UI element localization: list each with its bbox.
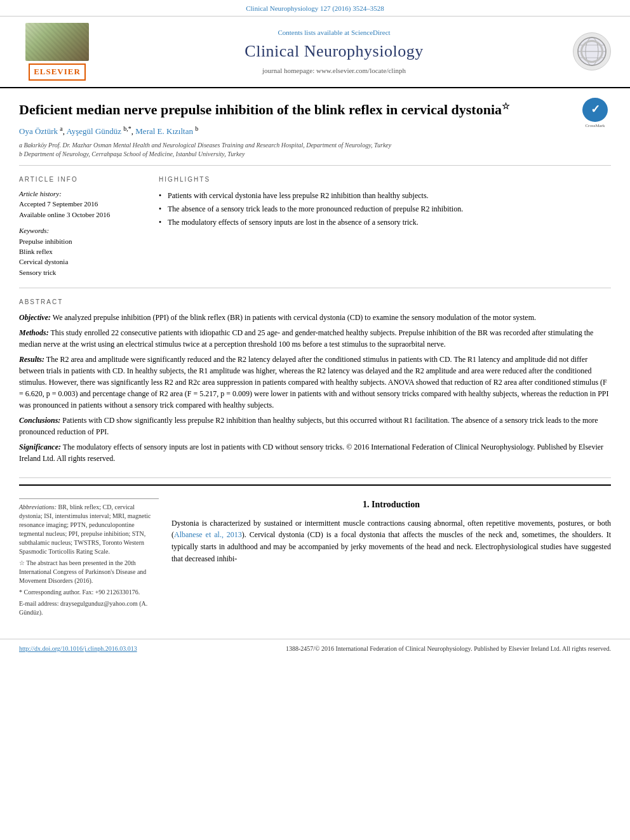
top-citation-bar: Clinical Neurophysiology 127 (2016) 3524… [0, 0, 630, 17]
doi-footer: http://dx.doi.org/10.1016/j.clinph.2016.… [0, 639, 630, 658]
author-1[interactable]: Oya Öztürk [19, 126, 58, 136]
author-3[interactable]: Meral E. Kızıltan [135, 126, 193, 136]
conclusions-label: Conclusions: [19, 416, 60, 425]
highlight-2: The absence of a sensory trick leads to … [159, 203, 611, 216]
star1-footnote: ☆ The abstract has been presented in the… [19, 559, 159, 585]
introduction-section: Abbreviations: BR, blink reflex; CD, cer… [19, 492, 611, 626]
abstract-conclusions: Conclusions: Patients with CD show signi… [19, 415, 611, 437]
keywords-section: Keywords: Prepulse inhibition Blink refl… [19, 226, 146, 277]
abstract-section: Abstract Objective: We analyzed prepulse… [19, 288, 611, 478]
copyright-text: 1388-2457/© 2016 International Federatio… [286, 644, 611, 653]
affiliation-a: a Bakırköy Prof. Dr. Mazhar Osman Mental… [19, 141, 611, 150]
available-date: Available online 3 October 2016 [19, 210, 146, 220]
article-info-column: Article Info Article history: Accepted 7… [19, 175, 146, 278]
conclusions-text: Patients with CD show significantly less… [19, 416, 598, 436]
elsevier-globe-icon [573, 32, 611, 70]
svg-point-5 [578, 37, 606, 65]
significance-label: Significance: [19, 443, 61, 451]
keyword-4: Sensory trick [19, 268, 146, 277]
elsevier-logo: ELSEVIER [29, 63, 86, 80]
abstract-label: Abstract [19, 298, 611, 307]
introduction-paragraph: Dystonia is characterized by sustained o… [171, 517, 611, 564]
highlights-list: Patients with cervical dystonia have les… [159, 189, 611, 229]
abstract-content: Objective: We analyzed prepulse inhibiti… [19, 312, 611, 464]
footnotes-column: Abbreviations: BR, blink reflex; CD, cer… [19, 498, 159, 620]
keyword-1: Prepulse inhibition [19, 237, 146, 246]
footnote-area: Abbreviations: BR, blink reflex; CD, cer… [19, 498, 159, 617]
sciencedirect-text: Contents lists available at ScienceDirec… [278, 29, 390, 36]
author-2[interactable]: Ayşegül Gündüz [67, 126, 122, 136]
abstract-significance: Significance: The modulatory effects of … [19, 441, 611, 464]
journal-header-left: ELSEVIER [13, 23, 102, 80]
keywords-label: Keywords: [19, 226, 146, 236]
article-title: Deficient median nerve prepulse inhibiti… [19, 101, 611, 119]
methods-label: Methods: [19, 328, 49, 337]
article-info-label: Article Info [19, 175, 146, 184]
email-footnote: E-mail address: draysegulgunduz@yahoo.co… [19, 599, 159, 617]
introduction-heading: 1. Introduction [171, 498, 611, 511]
accepted-date: Accepted 7 September 2016 [19, 199, 146, 209]
authors-line: Oya Öztürk a, Ayşegül Gündüz b,*, Meral … [19, 124, 611, 138]
results-text: The R2 area and amplitude were significa… [19, 355, 609, 410]
journal-citation: Clinical Neurophysiology 127 (2016) 3524… [246, 4, 384, 12]
abbreviations-label: Abbreviations: [19, 503, 57, 510]
abbreviations-text: BR, blink reflex; CD, cervical dystonia;… [19, 503, 151, 555]
bottom-separator [19, 484, 611, 486]
history-label: Article history: [19, 189, 146, 199]
abstract-results: Results: The R2 area and amplitude were … [19, 354, 611, 411]
main-content: ✓ CrossMark Deficient median nerve prepu… [0, 88, 630, 627]
crossmark-icon: ✓ [582, 98, 608, 122]
crossmark-label: CrossMark [585, 123, 605, 130]
keyword-2: Blink reflex [19, 247, 146, 257]
article-history: Article history: Accepted 7 September 20… [19, 189, 146, 220]
highlight-1: Patients with cervical dystonia have les… [159, 189, 611, 203]
star2-footnote: * Corresponding author. Fax: +90 2126330… [19, 588, 159, 597]
affiliations: a Bakırköy Prof. Dr. Mazhar Osman Mental… [19, 141, 611, 159]
abstract-objective: Objective: We analyzed prepulse inhibiti… [19, 312, 611, 323]
journal-homepage: journal homepage: www.elsevier.com/locat… [102, 66, 566, 76]
abstract-methods: Methods: This study enrolled 22 consecut… [19, 327, 611, 350]
objective-label: Objective: [19, 313, 51, 322]
methods-text: This study enrolled 22 consecutive patie… [19, 328, 593, 349]
intro-columns: Abbreviations: BR, blink reflex; CD, cer… [19, 498, 611, 620]
highlight-3: The modulatory effects of sensory inputs… [159, 216, 611, 229]
keyword-3: Cervical dystonia [19, 257, 146, 267]
sciencedirect-link[interactable]: Contents lists available at ScienceDirec… [102, 28, 566, 37]
significance-text: The modulatory effects of sensory inputs… [19, 443, 603, 463]
abbreviations-footnote: Abbreviations: BR, blink reflex; CD, cer… [19, 503, 159, 556]
objective-text: We analyzed prepulse inhibition (PPI) of… [53, 313, 536, 322]
journal-header-center: Contents lists available at ScienceDirec… [102, 28, 566, 76]
article-info-highlights-section: Article Info Article history: Accepted 7… [19, 166, 611, 288]
doi-link[interactable]: http://dx.doi.org/10.1016/j.clinph.2016.… [19, 644, 137, 653]
introduction-text-column: 1. Introduction Dystonia is characterize… [171, 498, 611, 620]
affiliation-b: b Department of Neurology, Cerrahpaşa Sc… [19, 150, 611, 159]
albanese-ref[interactable]: Albanese et al., 2013 [174, 530, 242, 539]
highlights-column: Highlights Patients with cervical dyston… [159, 175, 611, 278]
article-title-star: ☆ [502, 102, 510, 111]
results-label: Results: [19, 355, 44, 364]
highlights-label: Highlights [159, 175, 611, 184]
journal-header-right [566, 32, 617, 70]
journal-logo-image [25, 23, 89, 61]
journal-header: ELSEVIER Contents lists available at Sci… [0, 17, 630, 88]
svg-point-1 [586, 37, 598, 65]
doi-url[interactable]: http://dx.doi.org/10.1016/j.clinph.2016.… [19, 645, 137, 652]
journal-title-main: Clinical Neurophysiology [102, 40, 566, 63]
article-title-section: ✓ CrossMark Deficient median nerve prepu… [19, 88, 611, 166]
